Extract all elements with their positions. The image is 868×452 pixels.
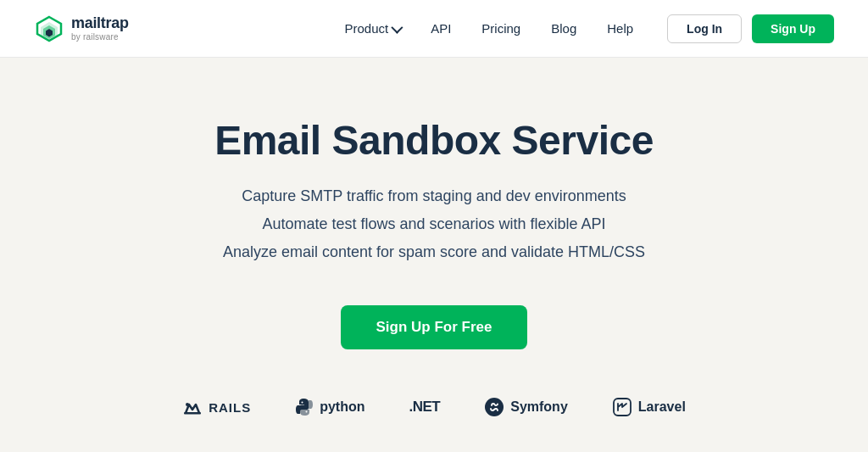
mailtrap-logo-icon [34,14,64,44]
hero-feature-1: Capture SMTP traffic from staging and de… [223,187,645,205]
chevron-down-icon [392,21,403,33]
signup-free-button[interactable]: Sign Up For Free [341,305,528,349]
laravel-logo: Laravel [612,397,686,417]
hero-feature-2: Automate test flows and scenarios with f… [223,215,645,233]
navbar: mailtrap by railsware Product API Pricin… [0,0,868,58]
login-button[interactable]: Log In [667,14,742,43]
symfony-label: Symfony [510,399,568,415]
svg-rect-4 [184,412,201,415]
python-label: python [320,399,364,415]
laravel-label: Laravel [638,399,686,415]
rails-logo: RAILS [182,398,251,416]
hero-feature-3: Analyze email content for spam score and… [223,243,645,261]
laravel-icon [612,397,632,417]
logo[interactable]: mailtrap by railsware [34,14,129,44]
nav-actions: Log In Sign Up [667,14,834,43]
python-logo: python [295,398,364,416]
nav-item-blog[interactable]: Blog [551,21,576,36]
svg-point-8 [485,398,504,416]
hero-title: Email Sandbox Service [214,117,654,164]
tech-logos: RAILS python .NET Symfony [182,397,686,417]
python-icon [295,398,314,416]
symfony-icon [484,397,504,417]
hero-section: Email Sandbox Service Capture SMTP traff… [0,58,868,451]
nav-item-api[interactable]: API [431,21,451,36]
signup-button[interactable]: Sign Up [752,14,834,43]
nav-item-help[interactable]: Help [607,21,633,36]
symfony-logo: Symfony [484,397,568,417]
dotnet-label: .NET [409,399,440,416]
svg-point-5 [186,403,189,406]
nav-links: Product API Pricing Blog Help [344,21,633,36]
hero-features: Capture SMTP traffic from staging and de… [223,187,645,271]
svg-point-7 [306,411,308,413]
rails-label: RAILS [209,400,251,415]
nav-item-pricing[interactable]: Pricing [481,21,520,36]
nav-item-product[interactable]: Product [344,21,400,36]
dotnet-logo: .NET [409,399,440,416]
logo-name: mailtrap [71,15,129,32]
svg-point-6 [302,402,303,404]
rails-icon [182,398,203,416]
logo-sub: by railsware [71,32,129,42]
